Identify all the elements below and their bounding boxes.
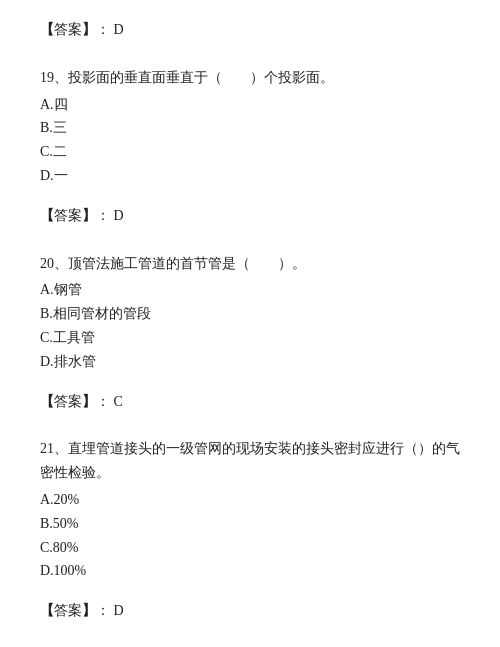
page-content: 【答案】： D19、投影面的垂直面垂直于（ ）个投影面。A.四B.三C.二D.一…	[40, 18, 460, 647]
answer-block-2: 【答案】： D	[40, 204, 460, 228]
option-2-1: B.相同管材的管段	[40, 302, 460, 326]
option-2-3: D.排水管	[40, 350, 460, 374]
answer-block-1: 【答案】： D	[40, 18, 460, 42]
option-2-2: C.工具管	[40, 326, 460, 350]
question-text-3: 21、直埋管道接头的一级管网的现场安装的接头密封应进行（）的气密性检验。	[40, 437, 460, 485]
answer-block-4: 【答案】： D	[40, 599, 460, 623]
answer-label-3: 【答案】： C	[40, 394, 123, 409]
option-3-2: C.80%	[40, 536, 460, 560]
option-1-1: B.三	[40, 116, 460, 140]
answer-label-2: 【答案】： D	[40, 208, 124, 223]
option-2-0: A.钢管	[40, 278, 460, 302]
option-1-0: A.四	[40, 93, 460, 117]
question-block-1: 19、投影面的垂直面垂直于（ ）个投影面。A.四B.三C.二D.一	[40, 66, 460, 188]
option-3-3: D.100%	[40, 559, 460, 583]
answer-label-1: 【答案】： D	[40, 22, 124, 37]
question-block-3: 21、直埋管道接头的一级管网的现场安装的接头密封应进行（）的气密性检验。A.20…	[40, 437, 460, 583]
option-3-0: A.20%	[40, 488, 460, 512]
answer-label-4: 【答案】： D	[40, 603, 124, 618]
question-text-2: 20、顶管法施工管道的首节管是（ ）。	[40, 252, 460, 276]
option-3-1: B.50%	[40, 512, 460, 536]
option-1-3: D.一	[40, 164, 460, 188]
question-block-2: 20、顶管法施工管道的首节管是（ ）。A.钢管B.相同管材的管段C.工具管D.排…	[40, 252, 460, 374]
question-text-1: 19、投影面的垂直面垂直于（ ）个投影面。	[40, 66, 460, 90]
option-1-2: C.二	[40, 140, 460, 164]
answer-block-3: 【答案】： C	[40, 390, 460, 414]
